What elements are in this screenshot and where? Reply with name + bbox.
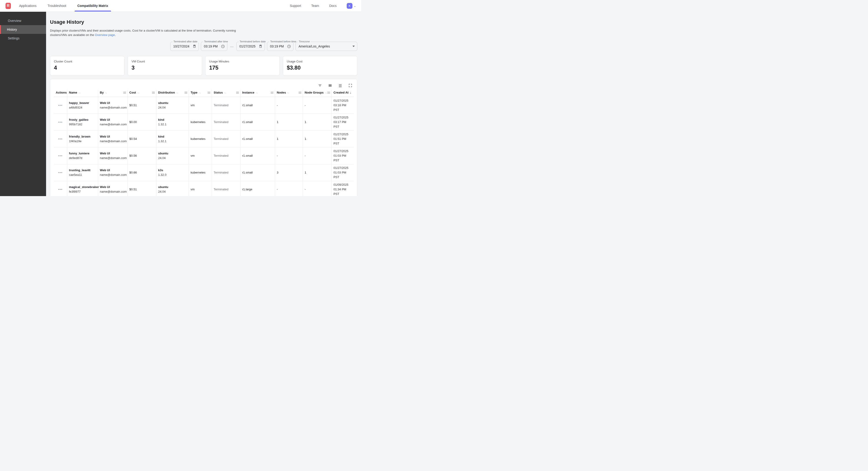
overview-page-link[interactable]: Overview page xyxy=(95,33,115,37)
node-groups-value: - xyxy=(305,104,306,107)
tab-applications[interactable]: Applications xyxy=(19,0,37,11)
docs-link[interactable]: Docs xyxy=(329,4,337,8)
distribution-name: kind xyxy=(158,134,187,139)
created-by-email-link[interactable]: name@domain.com xyxy=(100,173,126,177)
sidebar-item-history[interactable]: History xyxy=(0,25,46,34)
cost-value: $0.00 xyxy=(129,120,137,124)
sort-icon[interactable]: ↑↓ xyxy=(78,91,81,94)
instance-value: r1.small xyxy=(242,137,253,141)
sort-desc-icon[interactable]: ↓ xyxy=(350,91,351,94)
column-menu-icon[interactable] xyxy=(185,91,187,94)
column-header-nodes[interactable]: Nodes↑↓ xyxy=(275,90,303,97)
sort-icon[interactable]: ↑↓ xyxy=(176,91,178,94)
type-value: kubernetes xyxy=(191,171,206,174)
terminated-before-date-field[interactable]: Terminated before date 01/27/2025 xyxy=(236,42,265,51)
column-header-created-at[interactable]: Created At↓ xyxy=(332,90,354,97)
sort-icon[interactable]: ↑↓ xyxy=(137,91,139,94)
table-row: ••• frosty_galileo995b7182 Web UIname@do… xyxy=(54,114,354,130)
account-menu[interactable]: K ⌄ xyxy=(347,3,356,9)
sort-icon[interactable]: ↑↓ xyxy=(325,91,327,94)
density-icon[interactable] xyxy=(338,83,342,88)
column-header-node-groups[interactable]: Node Groups↑↓ xyxy=(303,90,332,97)
cluster-name: magical_stonebraker xyxy=(69,185,96,189)
type-value: kubernetes xyxy=(191,137,206,141)
terminated-before-time-value[interactable]: 03:19 PM xyxy=(270,45,284,48)
column-header-by[interactable]: By↑↓ xyxy=(98,90,127,97)
terminated-after-date-field[interactable]: Terminated after date 10/27/2024 xyxy=(170,42,199,51)
row-actions-button[interactable]: ••• xyxy=(56,103,65,107)
columns-icon[interactable] xyxy=(328,83,332,88)
team-link[interactable]: Team xyxy=(311,4,319,8)
column-menu-icon[interactable] xyxy=(236,91,239,94)
instance-value: r1.small xyxy=(242,171,253,174)
dropdown-caret-icon xyxy=(352,46,355,47)
filter-icon[interactable] xyxy=(318,83,322,88)
fullscreen-icon[interactable] xyxy=(348,83,352,88)
terminated-after-time-field[interactable]: Terminated after time 03:19 PM xyxy=(201,42,227,51)
timezone-select[interactable]: Timezone America/Los_Angeles xyxy=(296,42,357,51)
sidebar-item-settings[interactable]: Settings xyxy=(0,34,46,42)
cluster-id: de9ed87d xyxy=(69,156,96,160)
table-row: ••• magical_stonebrakerfe3f8977 Web UIna… xyxy=(54,181,354,196)
page-title: Usage History xyxy=(50,19,361,25)
clock-icon[interactable] xyxy=(287,45,291,49)
column-menu-icon[interactable] xyxy=(299,91,301,94)
sort-icon[interactable]: ↑↓ xyxy=(105,91,107,94)
created-by-email-link[interactable]: name@domain.com xyxy=(100,189,126,194)
clock-icon[interactable] xyxy=(221,45,225,49)
cost-value: $0.56 xyxy=(129,154,137,157)
distribution-name: ubuntu xyxy=(158,185,187,189)
calendar-icon[interactable] xyxy=(259,45,262,48)
created-by-email-link[interactable]: name@domain.com xyxy=(100,105,126,110)
terminated-after-date-value[interactable]: 10/27/2024 xyxy=(173,45,189,48)
column-menu-icon[interactable] xyxy=(271,91,273,94)
distribution-name: k3s xyxy=(158,168,187,173)
column-menu-icon[interactable] xyxy=(123,91,126,94)
row-actions-button[interactable]: ••• xyxy=(56,187,65,191)
instance-value: r1.small xyxy=(242,120,253,124)
status-value: Terminated xyxy=(214,104,228,107)
table-header-row: Actions Name↑↓ By↑↓ Cost↑↓ Distribution↑… xyxy=(54,90,354,97)
sidebar: Overview History Settings xyxy=(0,12,46,196)
type-value: kubernetes xyxy=(191,120,206,124)
replicated-logo[interactable]: R xyxy=(5,3,11,9)
row-actions-button[interactable]: ••• xyxy=(56,171,65,174)
column-header-distribution[interactable]: Distribution↑↓ xyxy=(156,90,189,97)
created-time: 01:51 PM PST xyxy=(334,137,352,146)
row-actions-button[interactable]: ••• xyxy=(56,120,65,124)
column-header-type[interactable]: Type↑↓ xyxy=(189,90,212,97)
row-actions-button[interactable]: ••• xyxy=(56,137,65,141)
terminated-before-time-field[interactable]: Terminated before time 03:19 PM xyxy=(267,42,293,51)
sidebar-item-overview[interactable]: Overview xyxy=(0,17,46,25)
support-link[interactable]: Support xyxy=(290,4,301,8)
created-by-email-link[interactable]: name@domain.com xyxy=(100,139,126,144)
sort-icon[interactable]: ↑↓ xyxy=(224,91,226,94)
sort-icon[interactable]: ↑↓ xyxy=(287,91,289,94)
column-menu-icon[interactable] xyxy=(327,91,330,94)
cluster-name: frosty_galileo xyxy=(69,118,96,122)
column-menu-icon[interactable] xyxy=(152,91,155,94)
column-header-status[interactable]: Status↑↓ xyxy=(212,90,240,97)
row-actions-button[interactable]: ••• xyxy=(56,154,65,157)
sort-icon[interactable]: ↑↓ xyxy=(198,91,200,94)
distribution-version: 24.04 xyxy=(158,156,187,160)
tab-troubleshoot[interactable]: Troubleshoot xyxy=(48,0,66,11)
sort-icon[interactable]: ↑↓ xyxy=(255,91,257,94)
column-header-name[interactable]: Name↑↓ xyxy=(67,90,98,97)
created-by: Web UI xyxy=(100,118,126,122)
table-row: ••• happy_beavera48d9324 Web UIname@doma… xyxy=(54,97,354,114)
tab-compatibility-matrix[interactable]: Compatibility Matrix xyxy=(78,0,108,11)
created-by: Web UI xyxy=(100,151,126,156)
cluster-id: 995b7182 xyxy=(69,122,96,127)
terminated-before-date-value[interactable]: 01/27/2025 xyxy=(239,45,255,48)
distribution-version: 1.32.1 xyxy=(158,122,187,127)
created-by-email-link[interactable]: name@domain.com xyxy=(100,122,126,127)
node-groups-value: 1 xyxy=(305,137,306,141)
calendar-icon[interactable] xyxy=(193,45,196,48)
nodes-value: 1 xyxy=(277,120,279,124)
terminated-after-time-value[interactable]: 03:19 PM xyxy=(204,45,218,48)
column-header-cost[interactable]: Cost↑↓ xyxy=(127,90,156,97)
created-by-email-link[interactable]: name@domain.com xyxy=(100,156,126,160)
column-header-instance[interactable]: Instance↑↓ xyxy=(240,90,275,97)
column-menu-icon[interactable] xyxy=(208,91,210,94)
